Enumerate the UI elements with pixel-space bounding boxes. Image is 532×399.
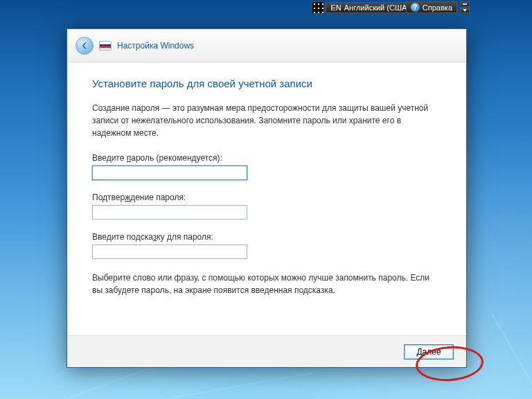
next-button[interactable]: Далее [404, 344, 454, 360]
hint-description: Выберите слово или фразу, с помощью кото… [92, 272, 441, 296]
setup-wizard-window: Настройка Windows Установите пароль для … [66, 28, 467, 368]
language-name: Английский (США) [344, 3, 409, 12]
language-grip-icon[interactable] [312, 1, 324, 14]
language-indicator[interactable]: EN Английский (США) [326, 2, 414, 13]
password-label: Введите пароль (рекомендуется): [92, 153, 441, 163]
wizard-title: Настройка Windows [117, 41, 194, 51]
page-heading: Установите пароль для своей учетной запи… [92, 78, 441, 89]
langbar-options [460, 1, 470, 13]
back-button[interactable] [76, 37, 94, 55]
next-button-label: Далее [416, 347, 441, 357]
help-label: Справка [423, 3, 452, 12]
arrow-left-icon [80, 42, 89, 50]
wizard-body: Установите пароль для своей учетной запи… [67, 62, 466, 308]
language-bar[interactable]: EN Английский (США) [312, 1, 414, 14]
language-code: EN [330, 3, 341, 12]
password-input[interactable] [92, 166, 247, 180]
confirm-password-input[interactable] [92, 205, 247, 220]
hint-field-block: Введите подсказку для пароля: [92, 232, 441, 259]
page-description: Создание пароля — это разумная мера пред… [92, 102, 441, 139]
help-button[interactable]: ? Справка [406, 1, 457, 13]
flag-icon [99, 41, 112, 51]
help-icon: ? [411, 3, 420, 12]
hint-label: Введите подсказку для пароля: [92, 232, 441, 242]
wizard-header: Настройка Windows [67, 29, 466, 62]
langbar-minimize-button[interactable] [460, 1, 470, 7]
confirm-label: Подтверждение пароля: [92, 193, 441, 202]
wizard-footer: Далее [67, 335, 466, 367]
langbar-options-button[interactable] [460, 8, 470, 13]
hint-input[interactable] [92, 245, 247, 259]
confirm-field-block: Подтверждение пароля: [92, 193, 441, 220]
password-field-block: Введите пароль (рекомендуется): [92, 153, 441, 180]
